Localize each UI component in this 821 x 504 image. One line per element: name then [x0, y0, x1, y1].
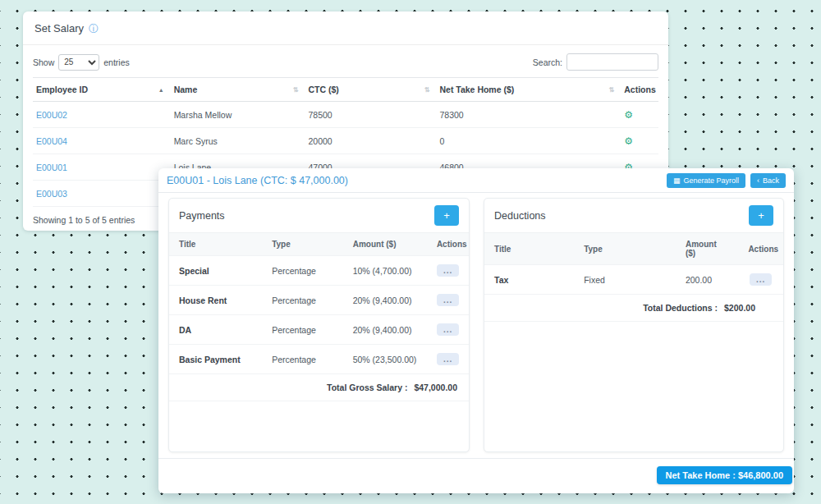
generate-payroll-icon: ▦: [673, 176, 681, 185]
payment-row: DA Percentage 20% (9,400.00) ...: [169, 315, 469, 345]
payment-row: House Rent Percentage 20% (9,400.00) ...: [169, 286, 469, 315]
employee-net: 0: [436, 128, 621, 154]
payment-actions-button[interactable]: ...: [437, 323, 459, 336]
deductions-title: Deductions: [494, 210, 546, 222]
detail-header: E00U01 - Lois Lane (CTC: $ 47,000.00) ▦ …: [158, 168, 794, 193]
page-background: { "icons": { "info": "ⓘ", "settings": "⚙…: [0, 0, 821, 504]
show-label: Show: [33, 57, 54, 67]
salary-detail-panel: E00U01 - Lois Lane (CTC: $ 47,000.00) ▦ …: [158, 168, 794, 493]
detail-body: Payments + Title Type Amount ($) Actions…: [158, 193, 794, 457]
info-icon[interactable]: ⓘ: [89, 24, 99, 34]
payment-type: Percentage: [262, 256, 343, 286]
employee-id-link[interactable]: E00U02: [36, 110, 67, 120]
deductions-header-row: Title Type Amount ($) Actions: [484, 233, 783, 265]
set-salary-action-icon[interactable]: ⚙: [624, 109, 633, 121]
search-input[interactable]: [566, 53, 658, 71]
employee-ctc: 20000: [305, 128, 436, 154]
table-controls: Show 25 entries Search:: [23, 45, 668, 77]
deduction-title: Tax: [484, 265, 574, 295]
deductions-total-label: Total Deductions :: [643, 303, 718, 313]
employee-detail-title: E00U01 - Lois Lane (CTC: $ 47,000.00): [167, 175, 348, 186]
payment-title: House Rent: [169, 286, 262, 315]
deductions-column-type: Type: [574, 233, 676, 265]
sort-icon[interactable]: ⇅: [293, 86, 299, 94]
employee-ctc: 78500: [305, 102, 436, 128]
column-label-ctc: CTC ($): [308, 85, 338, 94]
page-size-select[interactable]: 25: [58, 54, 99, 71]
payment-amount: 10% (4,700.00): [343, 256, 427, 286]
gross-salary-total-label: Total Gross Salary :: [327, 383, 407, 392]
column-header-actions: Actions: [621, 78, 658, 102]
column-header-ctc[interactable]: CTC ($) ⇅: [305, 78, 436, 102]
search-control: Search:: [533, 53, 658, 71]
payments-header: Payments +: [169, 199, 469, 233]
generate-payroll-button[interactable]: ▦ Generate Payroll: [667, 173, 745, 188]
employee-id-link[interactable]: E00U03: [36, 189, 67, 199]
detail-footer: Net Take Home : $46,800.00: [158, 458, 794, 493]
add-payment-button[interactable]: +: [434, 205, 459, 226]
generate-payroll-label: Generate Payroll: [683, 176, 739, 185]
payments-column-amount: Amount ($): [343, 233, 427, 256]
payment-title: Special: [169, 256, 262, 286]
payment-actions-button[interactable]: ...: [437, 264, 459, 277]
deduction-row: Tax Fixed 200.00 ...: [484, 265, 783, 295]
deduction-actions-button[interactable]: ...: [750, 273, 772, 286]
payments-table: Title Type Amount ($) Actions Special Pe…: [169, 233, 469, 373]
search-label: Search:: [533, 57, 562, 67]
table-row: E00U04 Marc Syrus 20000 0 ⚙: [33, 128, 658, 154]
payment-type: Percentage: [262, 315, 343, 345]
column-label-net-take-home: Net Take Home ($): [439, 85, 514, 94]
detail-header-buttons: ▦ Generate Payroll ‹ Back: [667, 173, 786, 188]
payment-row: Basic Payment Percentage 50% (23,500.00)…: [169, 345, 469, 374]
column-header-name[interactable]: Name ⇅: [171, 78, 305, 102]
employee-id-link[interactable]: E00U04: [36, 136, 67, 146]
column-header-employee-id[interactable]: Employee ID ▲: [33, 78, 171, 102]
deductions-header: Deductions +: [484, 199, 783, 233]
gross-salary-total-row: Total Gross Salary : $47,000.00: [169, 373, 469, 401]
payment-type: Percentage: [262, 345, 343, 374]
payments-column-actions: Actions: [427, 233, 469, 256]
add-deduction-button[interactable]: +: [749, 205, 773, 226]
card-title-row: Set Salary ⓘ: [23, 11, 668, 45]
payments-column-type: Type: [262, 233, 343, 256]
page-size-control: Show 25 entries: [33, 54, 130, 71]
payment-actions-button[interactable]: ...: [437, 294, 459, 306]
page-title: Set Salary: [34, 22, 84, 34]
deductions-column-title: Title: [484, 233, 574, 265]
payments-title: Payments: [179, 210, 225, 222]
deduction-amount: 200.00: [676, 265, 738, 295]
payment-type: Percentage: [262, 286, 343, 315]
deductions-column-amount: Amount ($): [676, 233, 738, 265]
back-label: Back: [763, 176, 779, 185]
employee-name: Marc Syrus: [171, 128, 305, 154]
table-row: E00U02 Marsha Mellow 78500 78300 ⚙: [33, 102, 658, 128]
payments-column-title: Title: [169, 233, 262, 256]
deductions-column-actions: Actions: [738, 233, 783, 265]
sort-icon[interactable]: ⇅: [424, 86, 430, 94]
payments-header-row: Title Type Amount ($) Actions: [169, 233, 469, 256]
gross-salary-total-value: $47,000.00: [414, 383, 457, 392]
payment-title: DA: [169, 315, 262, 345]
payment-row: Special Percentage 10% (4,700.00) ...: [169, 256, 469, 286]
sort-asc-icon[interactable]: ▲: [158, 87, 164, 93]
payment-amount: 20% (9,400.00): [343, 315, 427, 345]
entries-label: entries: [103, 57, 130, 67]
deductions-card: Deductions + Title Type Amount ($) Actio…: [484, 198, 784, 452]
employee-name: Marsha Mellow: [171, 102, 305, 128]
sort-icon[interactable]: ⇅: [609, 86, 615, 94]
back-button[interactable]: ‹ Back: [750, 173, 786, 188]
payment-title: Basic Payment: [169, 345, 262, 374]
column-label-employee-id: Employee ID: [36, 85, 88, 94]
set-salary-action-icon[interactable]: ⚙: [624, 135, 633, 147]
back-chevron-icon: ‹: [757, 176, 759, 185]
payment-actions-button[interactable]: ...: [437, 353, 459, 365]
deduction-type: Fixed: [574, 265, 676, 295]
column-header-net-take-home[interactable]: Net Take Home ($) ⇅: [436, 78, 621, 102]
deductions-table: Title Type Amount ($) Actions Tax Fixed …: [484, 233, 783, 294]
employee-id-link[interactable]: E00U01: [36, 163, 67, 172]
deductions-total-value: $200.00: [724, 303, 755, 313]
column-label-name: Name: [174, 85, 198, 94]
payment-amount: 50% (23,500.00): [343, 345, 427, 374]
deductions-total-row: Total Deductions : $200.00: [484, 294, 783, 322]
payments-card: Payments + Title Type Amount ($) Actions…: [168, 198, 470, 452]
